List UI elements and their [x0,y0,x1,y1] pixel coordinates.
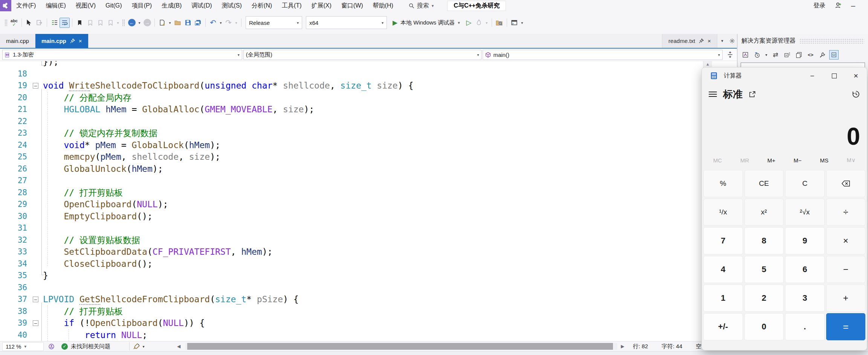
menu-item[interactable]: 扩展(X) [307,0,336,11]
calc-memory-M+[interactable]: M+ [767,157,775,164]
spell-check-icon[interactable]: abc ✓ [9,18,19,28]
new-file-icon[interactable] [157,18,167,28]
minimize-window-button[interactable]: – [851,2,855,10]
save-icon[interactable] [183,18,193,28]
code-cleanup-dropdown-icon[interactable]: ▾ [141,342,146,351]
pending-changes-filter-icon[interactable] [752,50,762,60]
account-icon[interactable] [834,2,842,9]
navigate-back-dropdown-icon[interactable]: ▾ [137,18,142,28]
scroll-right-icon[interactable]: ▶ [621,344,624,349]
calc-button-5[interactable]: 5 [744,256,784,283]
pin-tab-icon[interactable] [70,38,75,43]
calc-button-+/-[interactable]: +/- [703,313,743,340]
calc-button-x²[interactable]: x² [744,199,784,226]
menu-item[interactable]: 工具(T) [277,0,306,11]
preview-selected-items-icon[interactable] [829,50,839,60]
editor-horizontal-scrollbar[interactable] [185,343,617,350]
editor-addon-icon[interactable] [47,342,56,351]
code-line[interactable]: 25 memcpy(pMem, shellcode, size); [0,151,737,163]
calc-button-CE[interactable]: CE [744,170,784,197]
undo-dropdown-icon[interactable]: ▾ [218,18,223,28]
menu-item[interactable]: 窗口(W) [336,0,368,11]
search-box[interactable]: 搜索 ▾ [409,2,434,10]
hot-reload-icon[interactable] [474,18,484,28]
new-file-dropdown-icon[interactable]: ▾ [167,18,173,28]
navigate-cursor-icon[interactable] [24,18,34,28]
project-dropdown[interactable]: 1.3-加密▾ [2,50,242,60]
code-line[interactable]: 19–void WriteShellcodeToClipboard(unsign… [0,80,737,92]
code-line[interactable]: 33 SetClipboardData(CF_PRIVATEFIRST, hMe… [0,246,737,258]
code-health-indicator[interactable]: ✓ 未找到相关问题 [61,343,110,350]
close-tab-icon[interactable]: × [708,38,711,44]
show-all-files-icon[interactable]: <> [806,50,815,60]
calc-memory-MS[interactable]: MS [820,157,828,164]
word-wrap-toggle-icon[interactable] [60,18,70,28]
calc-memory-M−[interactable]: M− [794,157,802,164]
code-line[interactable]: 35} [0,270,737,282]
code-line[interactable]: 24 void* pMem = GlobalLock(hMem); [0,139,737,151]
code-line[interactable]: 40 return NULL; [0,329,737,341]
calc-memory-MR[interactable]: MR [740,157,749,164]
code-line[interactable]: 36 [0,282,737,294]
bookmark-icon[interactable] [75,18,85,28]
menu-item[interactable]: Git(G) [101,0,127,11]
calc-button-8[interactable]: 8 [744,227,784,254]
menu-item[interactable]: 分析(N) [247,0,277,11]
sign-in-link[interactable]: 登录 [813,2,825,10]
code-line[interactable]: 22 [0,116,737,128]
start-debugging-button[interactable]: ▶ 本地 Windows 调试器 ▾ [389,19,464,27]
save-all-icon[interactable] [193,18,203,28]
code-line[interactable]: 23 // 锁定内存并复制数据 [0,127,737,139]
calc-button-¹/x[interactable]: ¹/x [703,199,743,226]
tab-settings-gear-icon[interactable] [727,34,737,48]
bookmark-dropdown-icon[interactable]: ▾ [115,18,121,28]
split-editor-icon[interactable] [725,50,735,60]
code-cleanup-icon[interactable] [132,342,141,351]
tab-readme-txt-preview[interactable]: readme.txt × [662,34,717,48]
calc-button-=[interactable]: = [826,313,866,340]
code-line[interactable]: 20 // 分配全局内存 [0,92,737,104]
code-line[interactable]: 39– if (!OpenClipboard(NULL)) { [0,317,737,329]
code-line[interactable]: 37–LPVOID GetShellcodeFromClipboard(size… [0,294,737,306]
editor-zoom-select[interactable]: 112 %▾ [2,342,44,351]
redo-dropdown-icon[interactable]: ▾ [234,18,239,28]
sync-with-active-document-icon[interactable]: ⇄ [771,50,780,60]
calc-button-−[interactable]: − [826,256,866,283]
calc-button-²√x[interactable]: ²√x [785,199,825,226]
panel-drag-handle[interactable] [799,38,864,44]
code-editor[interactable]: });1819–void WriteShellcodeToClipboard(u… [0,61,737,341]
calc-maximize-button[interactable] [823,67,845,84]
calc-button-3[interactable]: 3 [785,285,825,312]
fold-collapse-icon[interactable]: – [33,297,38,302]
calculator-title-bar[interactable]: 计算器 – × [702,67,867,84]
calc-button-7[interactable]: 7 [703,227,743,254]
calc-memory-MC[interactable]: MC [713,157,722,164]
code-line[interactable]: 34 CloseClipboard(); [0,258,737,270]
scroll-left-icon[interactable]: ◀ [177,344,180,349]
code-line[interactable]: 29 OpenClipboard(NULL); [0,199,737,211]
redo-icon[interactable]: ↷ [223,18,234,28]
calc-button-%[interactable]: % [703,170,743,197]
calc-button-+[interactable]: + [826,285,866,312]
menu-item[interactable]: 测试(S) [217,0,247,11]
navigate-back-icon[interactable]: ← [127,18,137,28]
clear-bookmarks-icon[interactable] [105,18,115,28]
code-line[interactable]: 27 [0,175,737,187]
document-list-dropdown-icon[interactable]: ▾ [717,34,727,48]
menu-item[interactable]: 生成(B) [157,0,186,11]
calc-button-backspace[interactable] [826,170,866,197]
calc-menu-icon[interactable] [709,92,717,97]
calc-button-÷[interactable]: ÷ [826,199,866,226]
start-without-debugging-icon[interactable]: ▷ [464,18,474,28]
show-whitespace-icon[interactable] [49,18,60,28]
toolbar-grip[interactable] [5,19,8,26]
configuration-select[interactable]: Release▾ [246,16,302,29]
calc-button-C[interactable]: C [785,170,825,197]
menu-item[interactable]: 文件(F) [11,0,41,11]
properties-pages-icon[interactable] [794,50,804,60]
fold-collapse-icon[interactable]: – [33,83,38,89]
find-in-files-icon[interactable] [494,18,504,28]
switch-views-icon[interactable] [741,50,750,60]
peek-definition-icon[interactable] [34,18,44,28]
menu-item[interactable]: 视图(V) [71,0,101,11]
